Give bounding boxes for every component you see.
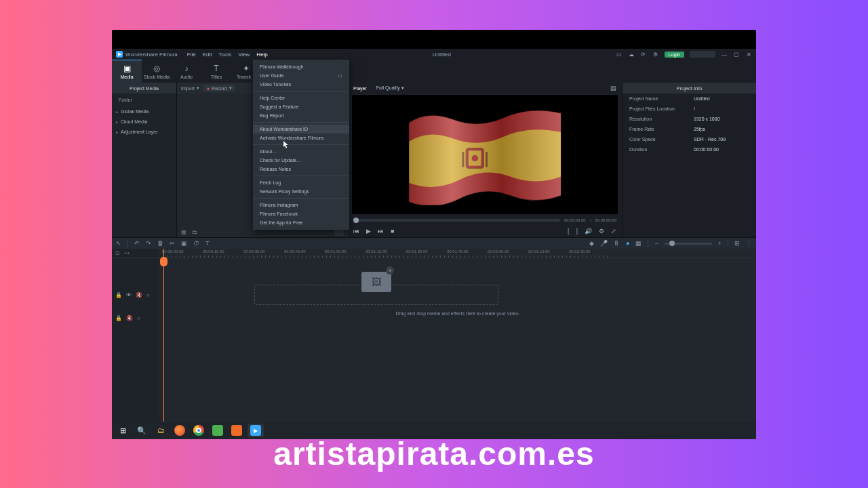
play-icon[interactable]: ▶ [366,228,371,235]
folder-icon[interactable]: 🗀 [192,229,197,235]
help-item-release-notes[interactable]: Release Notes [253,165,349,174]
help-item-fetch-log[interactable]: Fetch Log [253,178,349,187]
chevron-right-icon: ▸ [116,129,118,134]
audio-icon: ♪ [184,64,189,73]
sidebar-item-adjustment-layer[interactable]: ▸Adjustment Layer [112,127,176,137]
timeline-drop-zone[interactable]: 🖼 [254,285,498,305]
explorer-icon[interactable]: 🗂 [153,424,169,437]
tl-delete-icon[interactable]: 🗑 [157,240,163,247]
settings-icon[interactable]: ⚙ [652,51,659,58]
timeline-ruler[interactable]: 00:00:00:00 00:00:15:00 00:00:30:00 00:0… [159,249,756,258]
help-item-user-guide[interactable]: User GuideF1 [253,71,349,80]
tl-more-icon[interactable]: ⋮ [746,240,752,247]
record-button[interactable]: ●Record ▾ [203,85,235,92]
mark-in-icon[interactable]: [ [568,228,570,235]
help-item-check-update[interactable]: Check for Update… [253,156,349,165]
firefox-icon[interactable] [172,424,188,437]
help-item-proxy-settings[interactable]: Network Proxy Settings [253,187,349,196]
tl-render-icon[interactable]: ● [626,240,629,247]
video-preview[interactable] [352,95,618,214]
app-icon-orange[interactable] [229,424,245,437]
app-icon-green[interactable] [210,424,226,437]
tl-speed-icon[interactable]: ⏱ [193,240,199,247]
mark-out-icon[interactable]: ] [576,228,578,235]
tl-undo-icon[interactable]: ↶ [134,240,140,247]
tl-magnet-icon[interactable]: ⊡ [115,250,120,256]
help-item-about-wondershare-id[interactable]: About Wondershare ID [253,125,349,134]
lock-icon[interactable]: 🔒 [115,292,122,298]
mute-icon[interactable]: 🔇 [136,292,142,298]
stop-icon[interactable]: ■ [391,228,394,235]
tab-stock-media[interactable]: ◎Stock Media [142,60,172,83]
help-item-video-tutorials[interactable]: Video Tutorials [253,80,349,89]
next-frame-icon[interactable]: ⏭ [378,228,384,235]
tl-snapshot-icon[interactable]: ▦ [635,240,642,247]
monitor-icon[interactable]: ▭ [616,51,623,58]
menu-edit[interactable]: Edit [203,52,212,58]
export-button[interactable] [690,51,715,58]
zoom-slider[interactable] [665,243,712,245]
timeline-body[interactable]: 00:00:00:00 00:00:15:00 00:00:30:00 00:0… [159,249,756,422]
help-item-about[interactable]: About… [253,147,349,156]
help-item-bug-report[interactable]: Bug Report [253,111,349,120]
mute-icon[interactable]: 🔇 [126,315,133,321]
menu-view[interactable]: View [238,52,250,58]
tl-layout-icon[interactable]: ⊞ [734,240,740,247]
search-icon[interactable]: 🔍 [134,424,150,437]
eye-icon[interactable]: 👁 [126,292,132,298]
settings-gear-icon[interactable]: ⚙ [599,228,604,235]
tab-titles[interactable]: TTitles [201,60,231,83]
tl-crop-icon[interactable]: ▣ [181,240,187,247]
login-button[interactable]: Login [665,52,684,58]
info-row-colorspace: Color SpaceSDR - Rec.709 [623,134,756,144]
preview-tab-player[interactable]: Player [353,86,367,91]
help-item-help-center[interactable]: Help Center [253,94,349,102]
import-button[interactable]: Import ▾ [181,85,199,91]
tl-zoomout-icon[interactable]: − [654,240,658,247]
tab-media[interactable]: ▣Media [112,60,142,83]
tl-mixer-icon[interactable]: 🎚 [614,240,620,247]
chrome-icon[interactable] [191,424,207,437]
lock-icon[interactable]: 🔒 [115,315,122,321]
tl-cursor-icon[interactable]: ↖ [116,240,121,247]
start-button[interactable]: ⊞ [115,424,131,437]
help-item-facebook[interactable]: Filmora Facebook [253,209,349,218]
video-track[interactable]: 🖼 [159,281,756,308]
tl-marker-icon[interactable]: ◆ [589,240,594,247]
sort-icon[interactable]: ▦ [181,229,186,235]
help-item-instagram[interactable]: Filmora Instagram [253,201,349,209]
help-item-get-app[interactable]: Get the App for Free [253,218,349,227]
help-item-suggest-feature[interactable]: Suggest a Feature [253,102,349,111]
help-item-activate[interactable]: Activate Wondershare Filmora [253,134,349,142]
sidebar-item-cloud-media[interactable]: ▸Cloud Media [112,117,176,127]
window-minimize-icon[interactable]: — [721,51,728,58]
window-maximize-icon[interactable]: ▢ [733,51,740,58]
tl-redo-icon[interactable]: ↷ [146,240,151,247]
cloud-icon[interactable]: ☁ [628,51,635,58]
help-item-walkthrough[interactable]: Filmora Walkthrough [253,62,349,71]
snapshot-icon[interactable]: ▤ [610,85,616,92]
menu-file[interactable]: File [187,52,196,58]
menu-help[interactable]: Help [256,52,267,58]
history-icon[interactable]: ⟳ [640,51,647,58]
seek-slider[interactable] [353,219,560,222]
filmora-taskbar-icon[interactable]: ▶ [248,424,264,437]
tl-link-icon[interactable]: ⊶ [124,250,130,256]
prev-frame-icon[interactable]: ⏮ [353,228,359,235]
tab-audio[interactable]: ♪Audio [172,60,201,83]
volume-icon[interactable]: 🔊 [585,228,592,235]
tl-text-icon[interactable]: T [205,240,210,247]
transition-icon: ✦ [243,64,250,73]
window-close-icon[interactable]: ✕ [745,51,752,58]
tl-split-icon[interactable]: ✂ [170,240,175,247]
playhead[interactable] [163,249,164,422]
preview-tab-quality[interactable]: Full Quality ▾ [376,85,404,91]
tl-record-icon[interactable]: 🎤 [600,240,608,247]
menu-tools[interactable]: Tools [218,52,231,58]
tl-zoomin-icon[interactable]: + [718,240,722,247]
track-menu-icon[interactable]: ○ [146,292,150,298]
fullscreen-icon[interactable]: ⤢ [611,228,616,235]
sidebar-item-global-media[interactable]: ▸Global Media [112,106,176,117]
audio-track[interactable] [159,316,756,335]
track-menu-icon[interactable]: ○ [137,315,140,321]
